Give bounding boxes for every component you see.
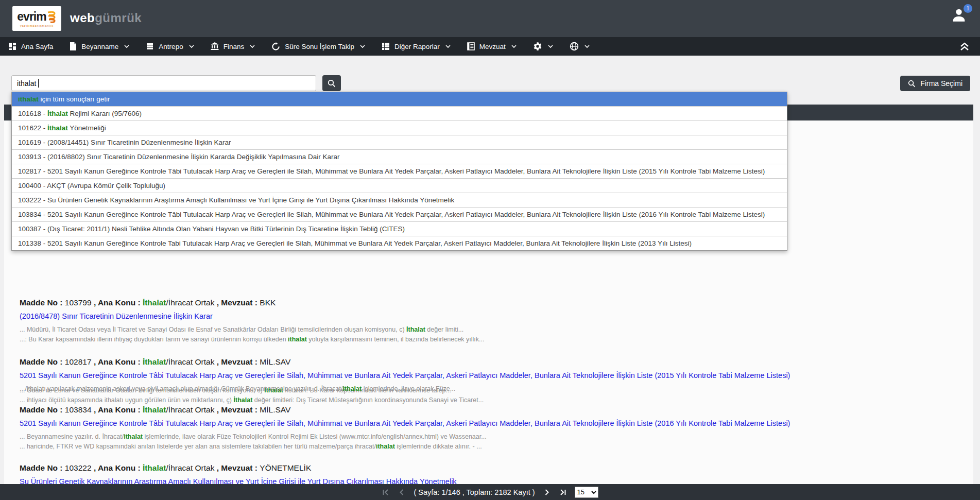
nav-item-language[interactable] (570, 42, 590, 51)
result-snippet: ... Müdürü, İl Ticaret Odası veya İl Tic… (20, 325, 485, 335)
chevron-down-icon (124, 45, 129, 48)
grid-icon (382, 42, 390, 50)
autocomplete-item[interactable]: 103834 - 5201 Sayılı Kanun Gereğince Kon… (12, 207, 787, 221)
nav-item-antrepo[interactable]: Antrepo (146, 42, 194, 50)
chevron-down-icon (360, 45, 365, 48)
nav-item-beyanname[interactable]: Beyanname (70, 42, 129, 50)
autocomplete-item[interactable]: 101338 - 5201 Sayılı Kanun Gereğince Kon… (12, 236, 787, 250)
firma-secimi-button[interactable]: Firma Seçimi (900, 76, 970, 91)
result-header: Madde No : 103799 , Ana Konu : İthalat/İ… (20, 298, 485, 307)
autocomplete-item[interactable]: 101618 - İthalat Rejimi Kararı (95/7606) (12, 106, 787, 120)
chevron-down-icon (445, 45, 451, 48)
result-snippet: ... Beyannamesine yazılır. d. İhracat/it… (20, 432, 790, 442)
user-menu-button[interactable]: 1 (950, 6, 969, 25)
result-item: Madde No : 103799 , Ana Konu : İthalat/İ… (20, 298, 485, 344)
app-window: evrim yazılımdanışmanlık webgümrük 1 (0, 0, 980, 500)
prev-page-button[interactable] (398, 488, 406, 496)
autocomplete-item[interactable]: 100387 - (Dış Ticaret: 2011/1) Nesli Teh… (12, 221, 787, 236)
search-autocomplete-dropdown: ithalat için tüm sonuçları getir 101618 … (11, 92, 787, 251)
last-page-icon (559, 488, 567, 496)
first-page-icon (382, 488, 390, 496)
result-link[interactable]: 5201 Sayılı Kanun Gereğince Kontrole Tâb… (20, 419, 790, 427)
first-page-button[interactable] (382, 488, 390, 496)
autocomplete-item[interactable]: 100400 - AKÇT (Avrupa Kömür Çelik Toplul… (12, 178, 787, 193)
result-snippet: .../ithalatı yapılacak malzemenin askeri… (20, 384, 790, 394)
result-header: Madde No : 103834 , Ana Konu : İthalat/İ… (20, 405, 790, 415)
page-size-select[interactable]: 15 (575, 487, 598, 498)
autocomplete-item[interactable]: 101622 - İthalat Yönetmeliği (12, 120, 787, 135)
result-item: Madde No : 103834 , Ana Konu : İthalat/İ… (20, 405, 790, 452)
text-caret (38, 79, 39, 88)
search-button[interactable] (322, 75, 341, 91)
result-link[interactable]: 5201 Sayılı Kanun Gereğince Kontrole Tâb… (20, 371, 790, 380)
autocomplete-item[interactable]: 103222 - Su Ürünleri Genetik Kaynakların… (12, 193, 787, 207)
search-icon (908, 80, 916, 88)
globe-icon (570, 42, 579, 51)
nav-item-settings[interactable] (533, 42, 553, 51)
nav-item-mevzuat[interactable]: Mevzuat (467, 42, 517, 50)
result-header: Madde No : 102817 , Ana Konu : İthalat/İ… (20, 357, 790, 367)
main-nav: Ana Sayfa Beyanname Antrepo (0, 37, 980, 56)
warehouse-icon (146, 42, 154, 50)
dashboard-icon (8, 42, 16, 50)
chevron-down-icon (250, 45, 255, 48)
search-input[interactable] (11, 75, 316, 91)
result-snippet: ... haricinde, FTKR ve WD kapsamındaki a… (20, 442, 790, 452)
result-link[interactable]: (2016/8478) Sınır Ticaretinin Düzenlenme… (20, 312, 485, 320)
chevron-down-icon (548, 45, 553, 48)
pagination-bar: ( Sayfa: 1/146 , Toplam: 2182 Kayıt ) 15 (0, 484, 980, 500)
app-title: webgümrük (70, 11, 142, 25)
autocomplete-item[interactable]: 101619 - (2008/14451) Sınır Ticaretinin … (12, 135, 787, 149)
chevron-left-icon (398, 488, 406, 496)
last-page-button[interactable] (559, 488, 567, 496)
result-header: Madde No : 103222 , Ana Konu : İthalat/İ… (20, 463, 457, 473)
notification-badge: 1 (964, 4, 972, 13)
result-snippet: ...: Bu Karar kapsamındaki illerin ihtiy… (20, 335, 485, 344)
autocomplete-item-all-results[interactable]: ithalat için tüm sonuçları getir (12, 92, 787, 106)
pagination-label: ( Sayfa: 1/146 , Toplam: 2182 Kayıt ) (414, 488, 535, 496)
evrim-logo: evrim yazılımdanışmanlık (12, 6, 61, 31)
collapse-header-button[interactable] (958, 40, 971, 55)
result-snippet: ... ihtiyacı ölçütü kapsamında ithalatı … (20, 395, 484, 405)
result-item: Madde No : 102817 , Ana Konu : İthalat/İ… (20, 357, 790, 394)
nav-item-diger-raporlar[interactable]: Diğer Raporlar (382, 42, 451, 50)
top-header: evrim yazılımdanışmanlık webgümrük 1 (0, 0, 980, 37)
logo-spiral-icon (46, 10, 57, 24)
nav-item-sure-sonu-islem-takip[interactable]: Süre Sonu İşlem Takip (271, 42, 365, 51)
double-chevron-up-icon (958, 40, 971, 53)
next-page-button[interactable] (543, 488, 551, 496)
nav-item-ana-sayfa[interactable]: Ana Sayfa (8, 42, 53, 50)
autocomplete-item[interactable]: 103913 - (2016/8802) Sınır Ticaretinin D… (12, 149, 787, 164)
bank-icon (211, 42, 219, 50)
chevron-right-icon (543, 488, 551, 496)
logo-text: evrim (17, 11, 46, 23)
autocomplete-item[interactable]: 102817 - 5201 Sayılı Kanun Gereğince Kon… (12, 164, 787, 178)
logo-subtitle: yazılımdanışmanlık (20, 24, 54, 27)
document-icon (70, 42, 77, 50)
gear-icon (533, 42, 542, 51)
chevron-down-icon (584, 45, 590, 48)
chevron-down-icon (189, 45, 194, 48)
search-icon (328, 79, 336, 88)
chevron-down-icon (511, 45, 517, 48)
book-icon (467, 42, 475, 50)
refresh-icon (271, 42, 280, 51)
nav-item-finans[interactable]: Finans (211, 42, 255, 50)
